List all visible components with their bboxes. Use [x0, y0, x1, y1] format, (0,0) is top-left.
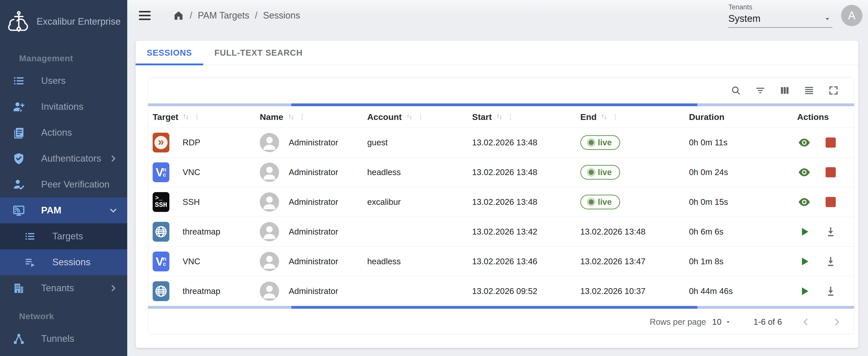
- previous-page-button[interactable]: [799, 315, 813, 329]
- sort-icon[interactable]: [495, 113, 503, 121]
- eye-icon: [798, 136, 811, 149]
- play-recording-button[interactable]: [797, 255, 811, 269]
- stop-session-button[interactable]: [824, 195, 838, 209]
- next-page-button[interactable]: [830, 315, 844, 329]
- tenant-select[interactable]: System: [728, 13, 832, 28]
- sidebar-item-sessions[interactable]: Sessions: [0, 249, 127, 275]
- horizontal-scrollbar-top[interactable]: [148, 103, 854, 106]
- table-row[interactable]: threatmap Administrator 13.02.2026 13:42…: [148, 217, 854, 246]
- filter-button[interactable]: [754, 84, 767, 97]
- sidebar-item-label: Peer Verification: [41, 179, 118, 190]
- search-icon: [731, 85, 741, 96]
- list-icon: [23, 231, 37, 242]
- scrollbar-thumb[interactable]: [291, 306, 698, 309]
- column-header-actions: Actions: [797, 112, 854, 122]
- sidebar-item-tunnels[interactable]: Tunnels: [0, 326, 127, 352]
- download-recording-button[interactable]: [824, 225, 838, 239]
- rdp-target-icon: »: [153, 132, 169, 152]
- table-row[interactable]: » RDP Administrator guest 13.02.2026 13:…: [148, 127, 854, 157]
- breadcrumb-item-pam-targets[interactable]: PAM Targets: [198, 10, 249, 21]
- screen-share-icon: [12, 204, 26, 217]
- home-icon[interactable]: [173, 10, 184, 21]
- play-recording-button[interactable]: [797, 225, 811, 239]
- density-button[interactable]: [803, 84, 815, 97]
- sidebar-item-actions[interactable]: Actions: [0, 120, 127, 146]
- sidebar-item-label: Invitations: [41, 101, 118, 112]
- play-recording-button[interactable]: [797, 284, 811, 298]
- column-header-target[interactable]: Target: [153, 112, 260, 122]
- sidebar-item-targets[interactable]: Targets: [0, 224, 127, 249]
- download-icon: [825, 256, 837, 268]
- session-duration: 0h 0m 11s: [689, 138, 797, 147]
- search-button[interactable]: [730, 84, 742, 97]
- sidebar-item-users[interactable]: Users: [0, 68, 127, 94]
- breadcrumb-separator: /: [255, 10, 257, 21]
- person-avatar-icon: [260, 252, 279, 271]
- menu-toggle-button[interactable]: [137, 9, 152, 22]
- person-avatar-icon: [260, 162, 279, 182]
- column-header-end[interactable]: End: [580, 112, 689, 122]
- session-user: Administrator: [289, 257, 338, 266]
- stop-icon: [826, 138, 836, 148]
- view-session-button[interactable]: [797, 165, 811, 179]
- view-session-button[interactable]: [797, 136, 811, 150]
- session-start: 13.02.2026 13:48: [472, 197, 580, 207]
- excalibur-logo-icon: [7, 9, 31, 34]
- sidebar-item-tenants[interactable]: Tenants: [0, 275, 127, 301]
- column-menu-icon[interactable]: [193, 113, 200, 120]
- download-icon: [825, 285, 837, 297]
- tab-full-text-search[interactable]: FULL-TEXT SEARCH: [203, 41, 314, 65]
- breadcrumb-item-sessions[interactable]: Sessions: [263, 10, 300, 21]
- column-header-start[interactable]: Start: [472, 112, 580, 122]
- sidebar-item-authenticators[interactable]: Authenticators: [0, 146, 127, 172]
- rows-per-page-select[interactable]: 10: [712, 317, 731, 327]
- list-icon: [12, 75, 26, 87]
- download-icon: [825, 226, 837, 238]
- rows-per-page-label: Rows per page: [650, 317, 706, 327]
- download-recording-button[interactable]: [824, 284, 838, 298]
- shield-check-icon: [12, 152, 26, 165]
- session-account: guest: [367, 138, 472, 147]
- session-start: 13.02.2026 13:42: [472, 227, 580, 237]
- fullscreen-button[interactable]: [827, 84, 840, 97]
- horizontal-scrollbar-bottom[interactable]: [148, 306, 854, 309]
- stop-session-button[interactable]: [824, 136, 838, 150]
- live-status-badge: live: [580, 195, 620, 209]
- sort-icon[interactable]: [287, 113, 295, 121]
- column-header-account[interactable]: Account: [367, 112, 472, 122]
- stop-session-button[interactable]: [824, 165, 838, 179]
- column-menu-icon[interactable]: [299, 113, 306, 120]
- sidebar-item-label: Authenticators: [41, 153, 109, 164]
- scrollbar-thumb[interactable]: [291, 103, 698, 106]
- building-icon: [12, 282, 26, 295]
- view-session-button[interactable]: [797, 195, 811, 209]
- sidebar-item-label: Tenants: [41, 283, 109, 294]
- person-avatar-icon: [260, 281, 279, 301]
- column-menu-icon[interactable]: [507, 113, 514, 120]
- sidebar-item-label: Tunnels: [41, 333, 118, 344]
- table-row[interactable]: threatmap Administrator 13.02.2026 09:52…: [148, 276, 854, 306]
- sidebar-item-invitations[interactable]: Invitations: [0, 94, 127, 120]
- sidebar-item-peer-verification[interactable]: Peer Verification: [0, 172, 127, 198]
- sort-icon[interactable]: [182, 113, 190, 121]
- sort-icon[interactable]: [600, 113, 608, 121]
- brand: Excalibur Enterprise: [0, 0, 127, 43]
- user-avatar[interactable]: A: [841, 5, 862, 26]
- sidebar-item-pam[interactable]: PAM: [0, 198, 127, 224]
- download-recording-button[interactable]: [824, 255, 838, 269]
- session-start: 13.02.2026 13:46: [472, 257, 580, 266]
- stop-icon: [826, 197, 836, 207]
- column-header-name[interactable]: Name: [260, 112, 367, 122]
- column-menu-icon[interactable]: [612, 113, 619, 120]
- column-menu-icon[interactable]: [417, 113, 424, 120]
- dropdown-arrow-icon: [725, 319, 731, 325]
- session-duration: 0h 1m 8s: [689, 257, 797, 266]
- table-row[interactable]: Vnc VNC Administrator headless 13.02.202…: [148, 157, 854, 187]
- table-row[interactable]: Vnc VNC Administrator headless 13.02.202…: [148, 246, 854, 276]
- target-label: threatmap: [183, 227, 220, 237]
- sort-icon[interactable]: [405, 113, 413, 121]
- columns-icon: [779, 85, 790, 96]
- columns-button[interactable]: [778, 84, 791, 97]
- table-row[interactable]: >_SSH SSH Administrator excalibur 13.02.…: [148, 187, 854, 217]
- tab-sessions[interactable]: SESSIONS: [135, 41, 203, 65]
